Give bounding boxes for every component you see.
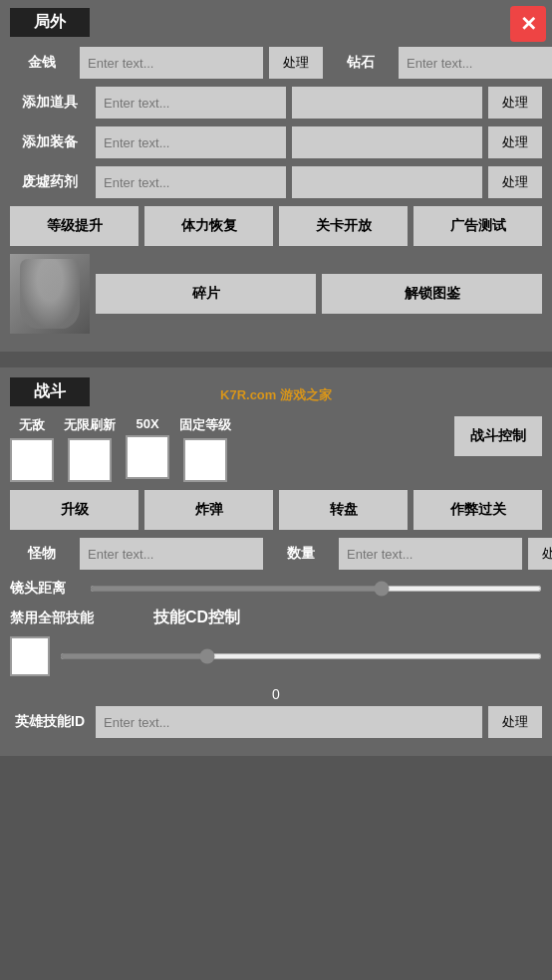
- cd-slider[interactable]: [60, 653, 542, 659]
- money-process-btn[interactable]: 处理: [269, 47, 323, 79]
- watermark: K7R.com 游戏之家: [220, 386, 332, 404]
- waste-number[interactable]: 1: [292, 166, 482, 198]
- hero-id-label: 英雄技能ID: [10, 713, 90, 731]
- invincible-label: 无敌: [19, 416, 45, 434]
- 50x-toggle[interactable]: [126, 435, 169, 479]
- add-tool-input[interactable]: [96, 87, 286, 119]
- disable-skills-label: 禁用全部技能: [10, 610, 94, 627]
- unlock-guide-btn[interactable]: 解锁图鉴: [322, 274, 542, 314]
- cd-label: 技能CD控制: [153, 608, 240, 628]
- section-combat: 战斗 K7R.com 游戏之家 无敌 无限刷新 50X 固定等级 战斗控制: [0, 368, 552, 756]
- infinite-refresh-label: 无限刷新: [64, 416, 116, 434]
- section-combat-title: 战斗: [10, 377, 90, 406]
- invincible-toggle[interactable]: [10, 438, 54, 482]
- section-juwai-title: 局外: [10, 8, 90, 37]
- hero-id-value: 0: [272, 686, 280, 702]
- diamond-input[interactable]: [399, 47, 552, 79]
- add-equip-number[interactable]: 1: [292, 126, 482, 158]
- add-equip-label: 添加装备: [10, 133, 90, 151]
- 50x-toggle-item: 50X: [126, 416, 169, 479]
- level-up-btn[interactable]: 等级提升: [10, 206, 138, 246]
- fixed-level-toggle-item: 固定等级: [179, 416, 231, 482]
- add-tool-label: 添加道具: [10, 94, 90, 112]
- cheat-pass-btn[interactable]: 作弊过关: [414, 490, 542, 530]
- count-input[interactable]: [339, 538, 522, 570]
- hero-image: [10, 254, 90, 334]
- infinite-refresh-toggle-item: 无限刷新: [64, 416, 116, 482]
- section-juwai: ✕ 局外 金钱 处理 钻石 处理 添加道具 1 处理 添加装备 1 处理 废墟药…: [0, 0, 552, 352]
- add-tool-number[interactable]: 1: [292, 87, 482, 119]
- bomb-btn[interactable]: 炸弹: [144, 490, 273, 530]
- add-equip-btn[interactable]: 处理: [488, 126, 542, 158]
- disable-skills-toggle[interactable]: [10, 636, 50, 676]
- fragments-btn[interactable]: 碎片: [96, 274, 316, 314]
- fixed-level-toggle[interactable]: [183, 438, 227, 482]
- open-level-btn[interactable]: 关卡开放: [279, 206, 408, 246]
- monster-label: 怪物: [10, 545, 74, 563]
- stamina-btn[interactable]: 体力恢复: [144, 206, 273, 246]
- add-equip-input[interactable]: [96, 126, 286, 158]
- fixed-level-label: 固定等级: [179, 416, 231, 434]
- spin-btn[interactable]: 转盘: [279, 490, 408, 530]
- money-label: 金钱: [10, 54, 74, 72]
- diamond-label: 钻石: [329, 54, 393, 72]
- count-process-btn[interactable]: 处理: [528, 538, 552, 570]
- waste-input[interactable]: [96, 166, 286, 198]
- waste-label: 废墟药剂: [10, 173, 90, 191]
- ad-test-btn[interactable]: 广告测试: [414, 206, 542, 246]
- camera-label: 镜头距离: [10, 580, 82, 598]
- money-input[interactable]: [80, 47, 263, 79]
- 50x-label: 50X: [136, 416, 158, 431]
- combat-control-btn[interactable]: 战斗控制: [454, 416, 542, 456]
- monster-input[interactable]: [80, 538, 263, 570]
- close-button[interactable]: ✕: [510, 6, 546, 42]
- camera-slider[interactable]: [90, 586, 542, 592]
- hero-id-process-btn[interactable]: 处理: [488, 706, 542, 738]
- hero-id-input[interactable]: [96, 706, 482, 738]
- invincible-toggle-item: 无敌: [10, 416, 54, 482]
- count-label: 数量: [269, 545, 333, 563]
- waste-btn[interactable]: 处理: [488, 166, 542, 198]
- add-tool-btn[interactable]: 处理: [488, 87, 542, 119]
- infinite-refresh-toggle[interactable]: [68, 438, 112, 482]
- upgrade-btn[interactable]: 升级: [10, 490, 138, 530]
